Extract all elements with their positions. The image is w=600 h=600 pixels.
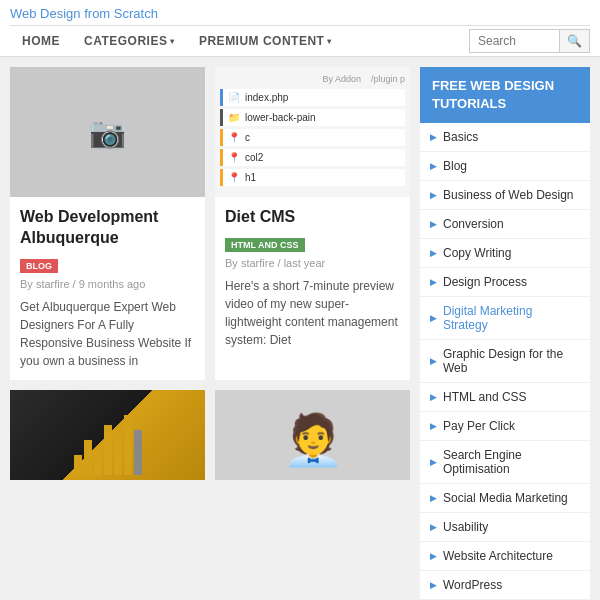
bottom-row: 🧑‍💼 xyxy=(10,390,410,480)
bar-2 xyxy=(84,440,92,475)
sidebar-label-7: Graphic Design for the Web xyxy=(443,347,580,375)
sidebar-label-2: Business of Web Design xyxy=(443,188,574,202)
sidebar-item-7[interactable]: ▶Graphic Design for the Web xyxy=(420,340,590,383)
categories-arrow: ▾ xyxy=(170,37,175,46)
card2-title: Diet CMS xyxy=(225,207,400,228)
sidebar-label-3: Conversion xyxy=(443,217,504,231)
sidebar-arrow-11: ▶ xyxy=(430,493,437,503)
sidebar-item-1[interactable]: ▶Blog xyxy=(420,152,590,181)
nav-home[interactable]: HOME xyxy=(10,26,72,56)
file-row-1: 📄 index.php xyxy=(220,89,405,106)
bottom-card-chart xyxy=(10,390,205,480)
sidebar-item-0[interactable]: ▶Basics xyxy=(420,123,590,152)
person-image: 🧑‍💼 xyxy=(215,390,410,480)
chart-image xyxy=(10,390,205,480)
search-input[interactable] xyxy=(469,29,559,53)
sidebar-item-14[interactable]: ▶WordPress xyxy=(420,571,590,600)
sidebar-arrow-10: ▶ xyxy=(430,457,437,467)
sidebar-arrow-5: ▶ xyxy=(430,277,437,287)
sidebar-list: ▶Basics▶Blog▶Business of Web Design▶Conv… xyxy=(420,123,590,600)
sidebar-arrow-14: ▶ xyxy=(430,580,437,590)
sidebar-arrow-6: ▶ xyxy=(430,313,437,323)
sidebar-item-5[interactable]: ▶Design Process xyxy=(420,268,590,297)
bar-chart xyxy=(69,410,147,480)
file-row-4: 📍 col2 xyxy=(220,149,405,166)
file-icon-1: 📄 xyxy=(228,92,240,103)
nav-categories[interactable]: CATEGORIES ▾ xyxy=(72,26,187,56)
file-row-5: 📍 h1 xyxy=(220,169,405,186)
sidebar-label-10: Search Engine Optimisation xyxy=(443,448,580,476)
card-meta: By starfire / 9 months ago xyxy=(20,278,195,290)
nav-bar: HOME CATEGORIES ▾ PREMIUM CONTENT ▾ 🔍 xyxy=(10,25,590,56)
html-css-badge: HTML AND CSS xyxy=(225,238,305,252)
main-container: 📷 Web Development Albuquerque BLOG By st… xyxy=(0,57,600,600)
sidebar-item-12[interactable]: ▶Usability xyxy=(420,513,590,542)
addon-label: By Addon /plugin p xyxy=(220,72,405,86)
sidebar-arrow-13: ▶ xyxy=(430,551,437,561)
bar-4 xyxy=(104,425,112,475)
sidebar-item-10[interactable]: ▶Search Engine Optimisation xyxy=(420,441,590,484)
sidebar-arrow-4: ▶ xyxy=(430,248,437,258)
card-image: 📷 xyxy=(10,67,205,197)
file-icon-5: 📍 xyxy=(228,172,240,183)
sidebar-arrow-1: ▶ xyxy=(430,161,437,171)
bar-1 xyxy=(74,455,82,475)
sidebar-label-9: Pay Per Click xyxy=(443,419,515,433)
person-icon: 🧑‍💼 xyxy=(282,411,344,469)
bar-5 xyxy=(114,435,122,475)
sidebar-item-4[interactable]: ▶Copy Writing xyxy=(420,239,590,268)
sidebar-arrow-2: ▶ xyxy=(430,190,437,200)
sidebar-arrow-3: ▶ xyxy=(430,219,437,229)
sidebar-label-14: WordPress xyxy=(443,578,502,592)
card2-meta: By starfire / last year xyxy=(225,257,400,269)
camera-icon: 📷 xyxy=(89,115,126,150)
sidebar-arrow-9: ▶ xyxy=(430,421,437,431)
screenshot-inner: By Addon /plugin p 📄 index.php 📁 lower-b… xyxy=(215,67,410,197)
cards-row: 📷 Web Development Albuquerque BLOG By st… xyxy=(10,67,410,380)
sidebar-arrow-0: ▶ xyxy=(430,132,437,142)
sidebar-arrow-8: ▶ xyxy=(430,392,437,402)
blog-badge: BLOG xyxy=(20,259,58,273)
bar-3 xyxy=(94,450,102,475)
sidebar-label-8: HTML and CSS xyxy=(443,390,527,404)
card2-excerpt: Here's a short 7-minute preview video of… xyxy=(225,277,400,349)
content-area: 📷 Web Development Albuquerque BLOG By st… xyxy=(10,67,410,600)
sidebar-item-11[interactable]: ▶Social Media Marketing xyxy=(420,484,590,513)
nav-premium[interactable]: PREMIUM CONTENT ▾ xyxy=(187,26,344,56)
file-icon-2: 📁 xyxy=(228,112,240,123)
sidebar-label-0: Basics xyxy=(443,130,478,144)
bar-7 xyxy=(134,430,142,475)
sidebar-label-12: Usability xyxy=(443,520,488,534)
premium-arrow: ▾ xyxy=(327,37,332,46)
card-diet-cms: By Addon /plugin p 📄 index.php 📁 lower-b… xyxy=(215,67,410,380)
sidebar-item-2[interactable]: ▶Business of Web Design xyxy=(420,181,590,210)
card-screenshot: By Addon /plugin p 📄 index.php 📁 lower-b… xyxy=(215,67,410,197)
file-icon-4: 📍 xyxy=(228,152,240,163)
sidebar-label-1: Blog xyxy=(443,159,467,173)
file-row-3: 📍 c xyxy=(220,129,405,146)
top-bar: Web Design from Scratch HOME CATEGORIES … xyxy=(0,0,600,57)
sidebar-item-8[interactable]: ▶HTML and CSS xyxy=(420,383,590,412)
sidebar-item-6[interactable]: ▶Digital Marketing Strategy xyxy=(420,297,590,340)
sidebar-label-11: Social Media Marketing xyxy=(443,491,568,505)
sidebar-item-3[interactable]: ▶Conversion xyxy=(420,210,590,239)
sidebar-item-13[interactable]: ▶Website Architecture xyxy=(420,542,590,571)
card2-body: Diet CMS HTML AND CSS By starfire / last… xyxy=(215,197,410,359)
sidebar-header: FREE WEB DESIGN TUTORIALS xyxy=(420,67,590,123)
site-title[interactable]: Web Design from Scratch xyxy=(10,0,590,25)
card-web-development: 📷 Web Development Albuquerque BLOG By st… xyxy=(10,67,205,380)
card-excerpt: Get Albuquerque Expert Web Designers For… xyxy=(20,298,195,370)
sidebar-label-13: Website Architecture xyxy=(443,549,553,563)
sidebar-label-6: Digital Marketing Strategy xyxy=(443,304,580,332)
search-button[interactable]: 🔍 xyxy=(559,29,590,53)
search-bar: 🔍 xyxy=(469,29,590,53)
bottom-card-person: 🧑‍💼 xyxy=(215,390,410,480)
sidebar-item-9[interactable]: ▶Pay Per Click xyxy=(420,412,590,441)
card-body: Web Development Albuquerque BLOG By star… xyxy=(10,197,205,380)
card-title: Web Development Albuquerque xyxy=(20,207,195,249)
file-icon-3: 📍 xyxy=(228,132,240,143)
sidebar-label-5: Design Process xyxy=(443,275,527,289)
sidebar-arrow-12: ▶ xyxy=(430,522,437,532)
sidebar-arrow-7: ▶ xyxy=(430,356,437,366)
file-row-2: 📁 lower-back-pain xyxy=(220,109,405,126)
